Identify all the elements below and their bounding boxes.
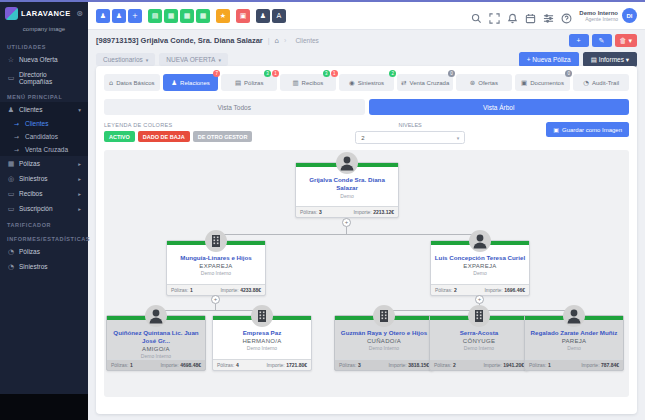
connector-line: [216, 234, 481, 235]
node-relation: EXPAREJA: [167, 263, 265, 269]
app-name[interactable]: LARAVANCE: [21, 9, 73, 18]
help-icon[interactable]: [561, 10, 572, 21]
font-button[interactable]: A: [272, 9, 286, 23]
trash-icon: 🗑: [620, 37, 627, 45]
bell-icon[interactable]: [507, 10, 518, 21]
document-button[interactable]: ▤: [148, 9, 162, 23]
users-button[interactable]: ♟: [256, 9, 270, 23]
tab-recibos[interactable]: ▥ Recibos 3 1: [280, 74, 336, 91]
node-name[interactable]: Grijalva Conde Sra. Diana Salazar: [296, 176, 398, 192]
tab-documentos[interactable]: ▣ Documentos 0: [515, 74, 571, 91]
fullscreen-icon[interactable]: [489, 10, 500, 21]
node-name[interactable]: Empresa Paz: [213, 329, 311, 337]
node-name[interactable]: Serra-Acosta: [430, 329, 528, 337]
save-as-image-button[interactable]: ▣ Guardar como Imagen: [546, 122, 629, 137]
section-informes-estadisticas: INFORMES/ESTADÍSTICAS: [0, 230, 88, 244]
person-icon: [563, 305, 585, 327]
main-content: [989713153] Grijalva Conde, Sra. Diana S…: [88, 30, 645, 420]
breadcrumb[interactable]: Clientes: [295, 37, 318, 44]
sidebar-item-nueva-oferta[interactable]: ☆ Nueva Oferta: [0, 52, 88, 67]
tree-node[interactable]: Guzmán Raya y Otero e Hijos CUÑADO/A Dem…: [334, 315, 434, 371]
grid-icon: ▦: [7, 160, 15, 168]
tree-node[interactable]: Munguía-Linares e Hijos EXPAREJA Demo In…: [166, 240, 266, 296]
tab-venta-cruzada[interactable]: ⇄ Venta Cruzada 0: [397, 74, 453, 91]
sidebar-item-clientes[interactable]: → Clientes: [0, 117, 88, 130]
archive-button[interactable]: ▣: [236, 9, 250, 23]
company-image-label: company image: [0, 24, 88, 38]
calendar-button[interactable]: ▦: [180, 9, 194, 23]
vista-todos-button[interactable]: Vista Todos: [104, 99, 365, 115]
page-title: [989713153] Grijalva Conde, Sra. Diana S…: [96, 36, 263, 45]
tab-datos-basicos[interactable]: ⌂ Datos Básicos: [104, 74, 160, 91]
cross-sell-icon: ⇄: [401, 79, 406, 87]
sidebar-item-informes-siniestros[interactable]: ◔ Siniestros: [0, 259, 88, 274]
caret-icon: ▾: [218, 57, 221, 63]
cuestionarios-dropdown[interactable]: Cuestionarios▾: [96, 53, 155, 66]
avatar[interactable]: DI: [622, 8, 637, 23]
person-icon: ♟: [171, 79, 177, 87]
sidebar-item-siniestros[interactable]: ◎ Siniestros ▸: [0, 171, 88, 186]
node-name[interactable]: Regalado Zarate Ander Muñiz: [525, 329, 623, 337]
nueva-oferta-dropdown[interactable]: NUEVA OFERTA▾: [159, 53, 228, 66]
sidebar-item-recibos[interactable]: ▭ Recibos ▸: [0, 186, 88, 201]
tree-node[interactable]: Empresa Paz HERMANO/A Demo Interno Póliz…: [212, 315, 312, 371]
expand-icon[interactable]: +: [211, 295, 220, 304]
badge-green: 3: [323, 70, 330, 77]
tree-node[interactable]: Regalado Zarate Ander Muñiz PAREJA Demo …: [524, 315, 624, 371]
expand-icon[interactable]: +: [475, 295, 484, 304]
node-name[interactable]: Quiñónez Quintana Lic. Juan José Gr...: [107, 329, 205, 345]
delete-dropdown-button[interactable]: 🗑 ▾: [615, 34, 637, 47]
nueva-poliza-button[interactable]: + Nueva Póliza: [519, 52, 579, 67]
edit-button[interactable]: ✎: [592, 34, 612, 47]
sidebar-item-suscripcion[interactable]: ▭ Suscripción ▸: [0, 201, 88, 216]
user-menu[interactable]: Demo Interno Agente Interno DI: [579, 8, 637, 23]
tree-node[interactable]: Luis Concepción Teresa Curiel EXPAREJA D…: [430, 240, 530, 296]
tree-node[interactable]: Quiñónez Quintana Lic. Juan José Gr... A…: [106, 315, 206, 371]
tab-audit-trail[interactable]: ◔ Audit-Trail: [573, 74, 629, 91]
calendar-button[interactable]: ▦: [196, 9, 210, 23]
tab-polizas[interactable]: ▤ Pólizas 3 1: [221, 74, 277, 91]
search-icon[interactable]: [471, 10, 482, 21]
person-icon: [336, 152, 358, 174]
caret-icon: ▾: [146, 57, 149, 63]
sidebar: LARAVANCE ⊛ company image UTILIDADES ☆ N…: [0, 0, 88, 420]
tab-siniestros[interactable]: ◉ Siniestros 2: [339, 74, 395, 91]
chevron-down-icon: ▾: [457, 135, 460, 141]
tab-ofertas[interactable]: ⊚ Ofertas: [456, 74, 512, 91]
niveles-select[interactable]: 2 ▾: [355, 131, 465, 144]
sliders-icon[interactable]: [543, 10, 554, 21]
home-icon[interactable]: ⌂: [275, 37, 279, 45]
sidebar-settings-icon[interactable]: ⊛: [76, 9, 83, 18]
tree-node-root[interactable]: Grijalva Conde Sra. Diana Salazar Demo P…: [295, 162, 399, 218]
expand-icon[interactable]: +: [342, 218, 351, 227]
building-icon: ⌂: [109, 79, 113, 87]
add-client-button[interactable]: +: [569, 34, 589, 47]
company-icon: [468, 305, 490, 327]
sidebar-item-informes-polizas[interactable]: ◔ Pólizas: [0, 244, 88, 259]
client-view-button[interactable]: ♟: [112, 9, 126, 23]
tree-node[interactable]: Serra-Acosta CÓNYUGE Demo Interno Póliza…: [429, 315, 529, 371]
arrow-right-icon: →: [14, 120, 21, 127]
vista-arbol-button[interactable]: Vista Árbol: [369, 99, 630, 115]
calendar-button[interactable]: ▦: [164, 9, 178, 23]
divider: |: [268, 37, 270, 44]
topbar: ♟ ♟ + ▤ ▦ ▦ ▦ ★ ▣ ♟ A: [88, 2, 645, 30]
sidebar-item-candidatos[interactable]: → Candidatos: [0, 130, 88, 143]
pie-chart-icon: ◔: [7, 263, 15, 271]
client-action-button[interactable]: ♟: [96, 9, 110, 23]
add-button[interactable]: +: [128, 9, 142, 23]
badge-green: 2: [389, 70, 396, 77]
chevron-right-icon: ▸: [78, 161, 81, 167]
calendar-icon[interactable]: [525, 10, 536, 21]
sidebar-item-clientes-group[interactable]: ♟ Clientes ▾: [0, 102, 88, 117]
sidebar-item-polizas[interactable]: ▦ Pólizas ▸: [0, 156, 88, 171]
tab-relaciones[interactable]: ♟ Relaciones 7: [163, 74, 219, 91]
informes-dropdown-button[interactable]: ▤ Informes ▾: [583, 52, 637, 67]
sidebar-item-directorio-companias[interactable]: ▭ Directorio Compañías: [0, 67, 88, 88]
node-name[interactable]: Luis Concepción Teresa Curiel: [431, 254, 529, 262]
node-name[interactable]: Munguía-Linares e Hijos: [167, 254, 265, 262]
sidebar-item-venta-cruzada[interactable]: → Venta Cruzada: [0, 143, 88, 156]
node-name[interactable]: Guzmán Raya y Otero e Hijos: [335, 329, 433, 337]
star-button[interactable]: ★: [216, 9, 230, 23]
legend-activo: ACTIVO: [104, 131, 135, 142]
